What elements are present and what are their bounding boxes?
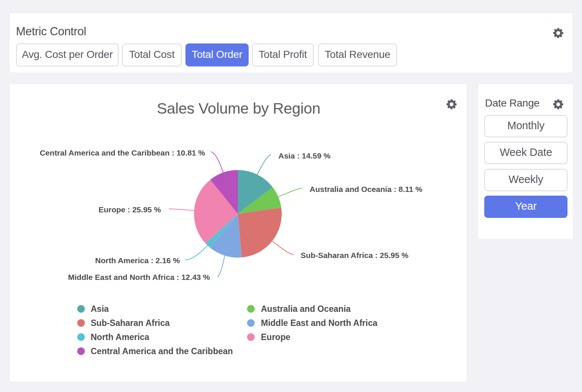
svg-text:Middle East and North Africa :: Middle East and North Africa : 12.43 %: [68, 273, 210, 281]
svg-text:Central America and the Caribb: Central America and the Caribbean: [91, 346, 233, 356]
svg-text:Europe: Europe: [261, 332, 290, 342]
svg-text:Middle East and North Africa: Middle East and North Africa: [261, 318, 378, 328]
svg-text:Sub-Saharan Africa : 25.95 %: Sub-Saharan Africa : 25.95 %: [301, 251, 408, 259]
svg-text:Sales Volume by Region: Sales Volume by Region: [157, 100, 320, 117]
svg-text:Europe : 25.95 %: Europe : 25.95 %: [98, 205, 161, 214]
svg-text:Asia : 14.59 %: Asia : 14.59 %: [278, 151, 330, 160]
svg-text:Asia: Asia: [91, 304, 109, 314]
svg-text:Australia and Oceania : 8.11 %: Australia and Oceania : 8.11 %: [310, 185, 423, 193]
svg-text:Australia and Oceania: Australia and Oceania: [261, 304, 351, 314]
svg-text:North America : 2.16 %: North America : 2.16 %: [95, 256, 180, 265]
svg-text:Central America and the Caribb: Central America and the Caribbean : 10.8…: [40, 148, 205, 157]
svg-text:Sub-Saharan Africa: Sub-Saharan Africa: [91, 318, 170, 328]
svg-text:North America: North America: [91, 332, 149, 342]
